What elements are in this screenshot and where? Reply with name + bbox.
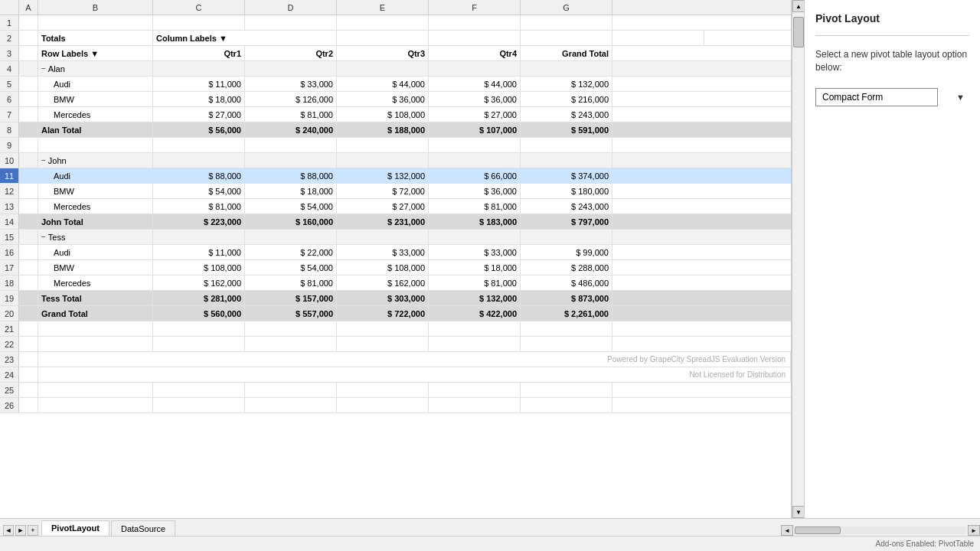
cell-d19[interactable]: $ 157,000: [245, 291, 337, 305]
tab-add[interactable]: +: [28, 525, 38, 536]
cell-a8[interactable]: [19, 122, 38, 137]
cell-c14[interactable]: $ 223,000: [153, 214, 245, 229]
cell-f20[interactable]: $ 422,000: [429, 306, 521, 321]
cell-e13[interactable]: $ 27,000: [337, 199, 429, 214]
cell-d12[interactable]: $ 18,000: [245, 184, 337, 198]
cell-a7[interactable]: [19, 107, 38, 122]
cell-g20[interactable]: $ 2,261,000: [521, 306, 612, 321]
cell-a19[interactable]: [19, 291, 38, 305]
cell-b12[interactable]: BMW: [38, 184, 153, 198]
tab-pivotlayout[interactable]: PivotLayout: [41, 520, 109, 536]
cell-d7[interactable]: $ 81,000: [245, 107, 337, 122]
cell-g10[interactable]: [521, 153, 612, 168]
cell-b19[interactable]: Tess Total: [38, 291, 153, 305]
cell-d16[interactable]: $ 22,000: [245, 245, 337, 259]
cell-d9[interactable]: [245, 138, 337, 152]
cell-f8[interactable]: $ 107,000: [429, 122, 521, 137]
cell-g13[interactable]: $ 243,000: [521, 199, 612, 214]
cell-d1[interactable]: [245, 15, 337, 30]
cell-g9[interactable]: [521, 138, 612, 152]
cell-f13[interactable]: $ 81,000: [429, 199, 521, 214]
cell-c20[interactable]: $ 560,000: [153, 306, 245, 321]
cell-f17[interactable]: $ 18,000: [429, 260, 521, 275]
cell-c7[interactable]: $ 27,000: [153, 107, 245, 122]
cell-a15[interactable]: [19, 230, 38, 244]
cell-b15[interactable]: − Tess: [38, 230, 153, 244]
cell-c17[interactable]: $ 108,000: [153, 260, 245, 275]
cell-b10[interactable]: − John: [38, 153, 153, 168]
col-header-a[interactable]: A: [19, 0, 38, 15]
cell-f10[interactable]: [429, 153, 521, 168]
cell-b8[interactable]: Alan Total: [38, 122, 153, 137]
cell-f2[interactable]: [521, 31, 612, 45]
cell-d10[interactable]: [245, 153, 337, 168]
cell-g16[interactable]: $ 99,000: [521, 245, 612, 259]
cell-f15[interactable]: [429, 230, 521, 244]
cell-c3[interactable]: Qtr1: [153, 46, 245, 60]
cell-b3[interactable]: Row Labels ▼: [38, 46, 153, 60]
cell-e4[interactable]: [337, 61, 429, 76]
cell-e19[interactable]: $ 303,000: [337, 291, 429, 305]
scroll-up-arrow[interactable]: ▲: [792, 0, 805, 12]
cell-c5[interactable]: $ 11,000: [153, 77, 245, 91]
cell-c6[interactable]: $ 18,000: [153, 92, 245, 106]
cell-g4[interactable]: [521, 61, 612, 76]
cell-c19[interactable]: $ 281,000: [153, 291, 245, 305]
cell-e6[interactable]: $ 36,000: [337, 92, 429, 106]
hscroll-thumb[interactable]: [795, 527, 841, 534]
cell-d20[interactable]: $ 557,000: [245, 306, 337, 321]
col-header-e[interactable]: E: [337, 0, 429, 15]
vertical-scrollbar[interactable]: ▲ ▼: [792, 0, 804, 518]
cell-e20[interactable]: $ 722,000: [337, 306, 429, 321]
cell-a20[interactable]: [19, 306, 38, 321]
cell-f14[interactable]: $ 183,000: [429, 214, 521, 229]
cell-d3[interactable]: Qtr2: [245, 46, 337, 60]
cell-a17[interactable]: [19, 260, 38, 275]
cell-a6[interactable]: [19, 92, 38, 106]
cell-b5[interactable]: Audi: [38, 77, 153, 91]
cell-a11[interactable]: [19, 168, 38, 183]
col-header-c[interactable]: C: [153, 0, 245, 15]
cell-d4[interactable]: [245, 61, 337, 76]
cell-f11[interactable]: $ 66,000: [429, 168, 521, 183]
cell-g8[interactable]: $ 591,000: [521, 122, 612, 137]
tab-nav-left[interactable]: ◄: [3, 525, 14, 536]
cell-c15[interactable]: [153, 230, 245, 244]
cell-b13[interactable]: Mercedes: [38, 199, 153, 214]
cell-a3[interactable]: [19, 46, 38, 60]
cell-g17[interactable]: $ 288,000: [521, 260, 612, 275]
cell-d8[interactable]: $ 240,000: [245, 122, 337, 137]
layout-select-wrapper[interactable]: Compact Form Outline Form Tabular Form ▼: [815, 88, 969, 106]
cell-f4[interactable]: [429, 61, 521, 76]
cell-f3[interactable]: Qtr4: [429, 46, 521, 60]
cell-a14[interactable]: [19, 214, 38, 229]
cell-f16[interactable]: $ 33,000: [429, 245, 521, 259]
tab-nav-right[interactable]: ►: [15, 525, 26, 536]
cell-g5[interactable]: $ 132,000: [521, 77, 612, 91]
cell-d6[interactable]: $ 126,000: [245, 92, 337, 106]
col-header-f[interactable]: F: [429, 0, 521, 15]
col-header-d[interactable]: D: [245, 0, 337, 15]
cell-g15[interactable]: [521, 230, 612, 244]
cell-c1[interactable]: [153, 15, 245, 30]
cell-f5[interactable]: $ 44,000: [429, 77, 521, 91]
hscroll-right[interactable]: ►: [968, 525, 980, 536]
cell-b1[interactable]: [38, 15, 153, 30]
cell-c18[interactable]: $ 162,000: [153, 276, 245, 290]
cell-b6[interactable]: BMW: [38, 92, 153, 106]
cell-f1[interactable]: [429, 15, 521, 30]
cell-d17[interactable]: $ 54,000: [245, 260, 337, 275]
cell-f19[interactable]: $ 132,000: [429, 291, 521, 305]
cell-f12[interactable]: $ 36,000: [429, 184, 521, 198]
cell-g18[interactable]: $ 486,000: [521, 276, 612, 290]
tab-datasource[interactable]: DataSource: [111, 520, 175, 536]
cell-e12[interactable]: $ 72,000: [337, 184, 429, 198]
cell-a12[interactable]: [19, 184, 38, 198]
cell-c10[interactable]: [153, 153, 245, 168]
hscroll-left[interactable]: ◄: [781, 525, 793, 536]
cell-a16[interactable]: [19, 245, 38, 259]
cell-e15[interactable]: [337, 230, 429, 244]
cell-a5[interactable]: [19, 77, 38, 91]
scroll-thumb[interactable]: [793, 17, 804, 47]
cell-b7[interactable]: Mercedes: [38, 107, 153, 122]
